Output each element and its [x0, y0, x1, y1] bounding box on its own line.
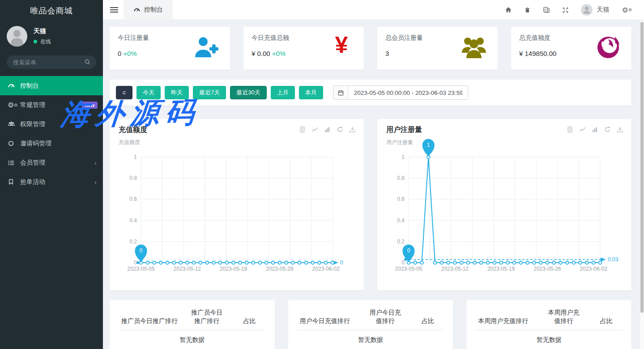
stat-card-recharge-today: 今日充值总额 ¥ 0.00+0% ¥ — [243, 27, 364, 70]
filter-thismonth-button[interactable]: 本月 — [299, 86, 323, 99]
main-content: 今日注册量 0+0% 今日充值总额 ¥ 0.00+0% ¥ 总会员注册量 3 — [103, 20, 644, 349]
svg-text:2023-05-19: 2023-05-19 — [487, 266, 515, 272]
sidebar-item-label: 会员管理 — [20, 159, 45, 167]
search-icon[interactable] — [84, 59, 91, 65]
svg-text:0: 0 — [140, 247, 143, 254]
chevron-left-icon: ‹ — [94, 120, 97, 128]
table-user-recharge-today: 用户今日充值排行 用户今日充值排行 占比 暂无数据 — [288, 300, 453, 349]
translate-icon[interactable]: A — [543, 6, 550, 13]
bar-chart-icon[interactable] — [324, 126, 331, 133]
empty-state: 暂无数据 — [297, 330, 444, 344]
svg-text:2023-05-05: 2023-05-05 — [127, 266, 155, 272]
settings-gears-icon[interactable]: ⚙⚙ — [622, 6, 632, 14]
sidebar-item-label: 抢单活动 — [20, 178, 45, 186]
sidebar-search — [7, 55, 96, 69]
data-view-icon[interactable] — [299, 126, 306, 133]
chart-subtitle: 用户注册量 — [386, 139, 623, 146]
bar-chart-icon[interactable] — [592, 126, 598, 133]
ranking-tables-row: 推广员今日推广排行 推广员今日推广排行 占比 暂无数据 用户今日充值排行 用户今… — [110, 300, 631, 349]
svg-text:1: 1 — [427, 142, 430, 148]
sidebar-item-invite-codes[interactable]: 邀请码管理 — [0, 134, 103, 153]
calendar-icon[interactable] — [333, 86, 349, 99]
table-header: 本周用户充值排行 — [537, 308, 590, 330]
sidebar-item-dashboard[interactable]: 控制台 — [0, 76, 103, 95]
user-name: 天猫 — [34, 27, 51, 35]
sidebar-item-label: 权限管理 — [20, 120, 45, 128]
table-header: 推广员今日推广排行 — [119, 308, 180, 330]
svg-text:2023-05-05: 2023-05-05 — [395, 266, 422, 272]
table-header: 用户今日充值排行 — [359, 308, 412, 330]
svg-text:0: 0 — [340, 260, 343, 266]
filter-today-button[interactable]: 今天 — [136, 86, 161, 99]
stat-delta: +0% — [272, 50, 286, 57]
svg-text:0.6: 0.6 — [397, 196, 405, 202]
sidebar-item-grab-orders[interactable]: 抢单活动 ‹ — [0, 172, 103, 192]
tab-dashboard[interactable]: 控制台 — [124, 0, 173, 20]
chevron-left-icon: ‹ — [94, 159, 97, 166]
hamburger-menu-icon[interactable] — [110, 6, 118, 14]
chart-card-registrations: 用户注册量 用户注册量 00.20.40.60.812023-05-052023… — [377, 119, 631, 290]
svg-text:0.4: 0.4 — [129, 217, 137, 224]
registrations-line-chart[interactable]: 00.20.40.60.812023-05-052023-05-122023-0… — [386, 153, 623, 274]
data-view-icon[interactable] — [567, 126, 573, 133]
users-group-icon — [461, 36, 487, 59]
table-promoter-ranking: 推广员今日推广排行 推广员今日推广排行 占比 暂无数据 — [110, 300, 275, 349]
svg-text:0: 0 — [407, 247, 410, 254]
online-dot-icon — [34, 40, 37, 43]
fullscreen-icon[interactable] — [562, 7, 569, 13]
line-chart-icon[interactable] — [311, 126, 318, 133]
circle-icon — [8, 140, 17, 147]
sidebar-item-label: 邀请码管理 — [20, 140, 51, 148]
trash-icon[interactable] — [524, 7, 531, 13]
date-range-input[interactable] — [349, 86, 468, 99]
filter-lastmonth-button[interactable]: 上月 — [271, 86, 295, 99]
topbar-actions: A 天猫 ⚙⚙ — [505, 4, 644, 16]
topbar-user-name: 天猫 — [597, 6, 610, 14]
refresh-button[interactable] — [116, 86, 132, 99]
restore-icon[interactable] — [604, 126, 611, 133]
svg-text:2023-05-26: 2023-05-26 — [266, 266, 294, 272]
svg-text:1: 1 — [401, 154, 405, 160]
table-header: 占比 — [233, 308, 265, 330]
yen-icon: ¥ — [333, 33, 350, 58]
stat-cards-row: 今日注册量 0+0% 今日充值总额 ¥ 0.00+0% ¥ 总会员注册量 3 — [110, 27, 631, 70]
restore-icon[interactable] — [337, 126, 343, 133]
topbar-user[interactable]: 天猫 — [581, 4, 610, 16]
svg-text:0.8: 0.8 — [129, 175, 137, 181]
download-icon[interactable] — [617, 126, 623, 133]
users-icon — [8, 120, 17, 128]
stat-card-registrations-today: 今日注册量 0+0% — [110, 27, 230, 70]
search-input[interactable] — [7, 55, 96, 69]
sidebar-menu: 控制台 ⚙⚙ 常规管理 new 权限管理 ‹ 邀请码管理 — [0, 76, 103, 192]
scrollbar-thumb[interactable] — [640, 22, 644, 313]
stat-card-total-recharge: 总充值额度 ¥ 149850.00 — [511, 27, 631, 70]
table-header: 用户今日充值排行 — [297, 308, 359, 330]
user-status: 在线 — [34, 38, 51, 46]
filter-last30-button[interactable]: 最近30天 — [230, 86, 266, 99]
vertical-scrollbar[interactable] — [640, 21, 644, 349]
avatar — [581, 4, 593, 16]
stat-delta: +0% — [123, 50, 136, 57]
svg-text:0.8: 0.8 — [397, 175, 405, 181]
sidebar-item-permissions[interactable]: 权限管理 ‹ — [0, 115, 103, 134]
line-chart-icon[interactable] — [579, 126, 586, 133]
sidebar-item-general[interactable]: ⚙⚙ 常规管理 new — [0, 95, 103, 115]
home-icon[interactable] — [505, 6, 512, 13]
table-header: 推广员今日推广排行 — [180, 308, 233, 330]
list-icon — [8, 159, 17, 166]
recharge-line-chart[interactable]: 00.20.40.60.812023-05-052023-05-122023-0… — [119, 153, 355, 274]
charts-row: 充值额度 充值额度 00.20.40.60.812023-05-052023-0… — [110, 119, 631, 290]
empty-state: 暂无数据 — [119, 330, 266, 344]
sidebar-item-members[interactable]: 会员管理 ‹ — [0, 153, 103, 172]
filter-last7-button[interactable]: 最近7天 — [193, 86, 226, 99]
filter-yesterday-button[interactable]: 昨天 — [165, 86, 189, 99]
download-icon[interactable] — [349, 126, 356, 133]
svg-text:2023-05-12: 2023-05-12 — [174, 266, 201, 272]
date-range-group — [333, 85, 468, 100]
chart-toolbox — [299, 126, 356, 133]
svg-text:2023-06-02: 2023-06-02 — [580, 266, 608, 272]
chart-toolbox — [567, 126, 623, 133]
user-plus-icon — [193, 36, 219, 59]
empty-state: 暂无数据 — [475, 330, 623, 344]
new-badge: new — [82, 102, 98, 109]
